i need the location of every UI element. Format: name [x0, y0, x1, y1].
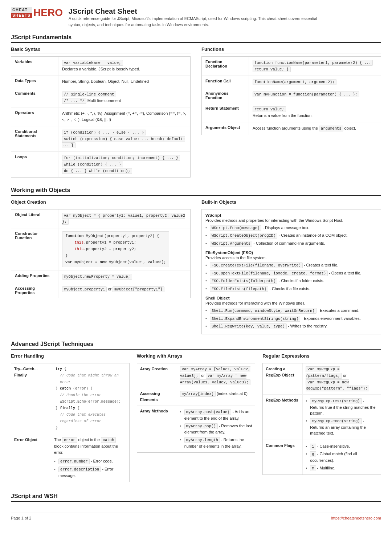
conditional-value: if (condition) { ... } else { ... } swit…: [58, 126, 190, 152]
shell-run-code: Shell.Run(command, windowStyle, waitOnRe…: [210, 308, 317, 314]
add-props-code: myObject.newProperty = value;: [62, 274, 132, 280]
trycatch-code: try { // Code that might throw an error …: [54, 366, 126, 431]
fso-folder-code: FSO.FolderExists(folderpath): [210, 278, 277, 284]
logo-cheat: CHEAT: [11, 7, 32, 13]
access-props-bracket-code: myObject["property1"]: [113, 286, 164, 292]
func-decl-label: FunctionDeclaration: [202, 57, 249, 76]
access-props-label: Accessing Properties: [11, 283, 58, 298]
section-objects: Working with Objects: [11, 187, 381, 196]
list-item: g - Global match (find all occurrences).: [306, 450, 378, 464]
args-obj-value: Access function arguments using the argu…: [249, 122, 381, 135]
regexp-exec-code: myRegExp.exec(string): [310, 418, 362, 424]
array-methods-label: Array Methods: [137, 406, 177, 452]
list-item: FSO.OpenTextFile(filename, iomode, creat…: [205, 269, 377, 277]
table-row: RegExp Methods myRegExp.test(string) - R…: [263, 395, 381, 440]
error-desc-code: error.description: [58, 467, 101, 472]
anon-func-label: AnonymousFunction: [202, 88, 249, 103]
constructor-label: ConstructorFunction: [11, 228, 58, 270]
list-item: myArray.pop() - Removes the last element…: [180, 422, 252, 436]
shell-desc: Provides methods for interacting with th…: [205, 301, 377, 305]
variables-code: var variableName = value;: [62, 60, 123, 66]
list-item: Shell.ExpandEnvironmentStrings(string) -…: [205, 315, 377, 323]
builtin-objects-col: Built-in Objects WScript Provides method…: [201, 199, 381, 335]
fso-file-code: FSO.FileExists(filepath): [210, 286, 268, 292]
func-decl-code1: function functionName(parameter1, parame…: [253, 60, 373, 66]
common-flags-value: i - Case-insensitive. g - Global match (…: [303, 440, 381, 475]
error-handling-table: Try...Catch...Finally try { // Code that…: [11, 363, 130, 482]
error-number-code: error.number: [58, 459, 90, 464]
regexp-methods-items: myRegExp.test(string) - Returns true if …: [306, 397, 378, 437]
variables-label: Variables: [11, 57, 58, 76]
anon-func-code: var myFunction = function(parameter) { .…: [253, 91, 359, 97]
switch-code: switch (expression) { case value: ... br…: [62, 136, 185, 148]
section-fundamentals: JScript Fundamentals: [11, 34, 381, 43]
list-item: i - Case-insensitive.: [306, 443, 378, 451]
push-code: myArray.push(value): [184, 409, 232, 415]
error-obj-items: error.number - Error code. error.descrip…: [54, 457, 126, 479]
list-item: m - Multiline.: [306, 464, 378, 472]
constructor-code: function MyObject(property1, property2) …: [62, 231, 169, 267]
section-advanced: Advanced JScript Techniques: [11, 341, 381, 350]
header-text: JScript Cheat Sheet A quick reference gu…: [69, 7, 323, 28]
loops-label: Loops: [11, 152, 58, 177]
table-row: Try...Catch...Finally try { // Code that…: [11, 363, 129, 434]
multi-line-comment-code: /* ... */: [62, 98, 86, 104]
list-item: Shell.Run(command, windowStyle, waitOnRe…: [205, 307, 377, 315]
func-decl-code2: return value; }: [253, 66, 291, 72]
trycatch-value: try { // Code that might throw an error …: [51, 363, 129, 434]
list-item: myRegExp.test(string) - Returns true if …: [306, 397, 378, 417]
wscript-createobj-code: WScript.CreateObject(progID): [210, 233, 277, 239]
fundamentals-columns: Basic Syntax Variables var variableName …: [11, 46, 381, 180]
shell-items: Shell.Run(command, windowStyle, waitOnRe…: [205, 307, 377, 330]
functions-col: Functions FunctionDeclaration function f…: [201, 46, 381, 180]
fso-items: FSO.CreateTextFile(filename, overwrite) …: [205, 261, 377, 293]
array-methods-value: myArray.push(value) - Adds an element to…: [177, 406, 255, 452]
creating-regexp-label: Creating a RegExp Object: [263, 363, 303, 394]
shell-regwrite-code: Shell.RegWrite(key, value, type): [210, 323, 287, 329]
page-description: A quick reference guide for JScript, Mic…: [69, 16, 323, 28]
arguments-code: arguments: [319, 126, 343, 131]
regexp-new-code: var myRegExp = new RegExp("pattern", "fl…: [306, 379, 369, 392]
return-code: return value;: [253, 106, 286, 112]
func-decl-value: function functionName(parameter1, parame…: [249, 57, 381, 76]
array-creation-label: Array Creation: [137, 363, 177, 388]
operators-value: Arithmetic (+, -, *, /, %), Assignment (…: [58, 107, 190, 126]
obj-literal-code: var myObject = { property1: value1, prop…: [62, 213, 185, 225]
array-creation-value: var myArray = [value1, value2, value3]; …: [177, 363, 255, 388]
basic-syntax-title: Basic Syntax: [11, 46, 191, 53]
common-flags-label: Common Flags: [263, 440, 303, 475]
logo-sheets: SHEETS: [11, 13, 32, 18]
error-code: error: [62, 437, 77, 443]
shell-title: Shell Object: [205, 296, 377, 300]
error-obj-value: The error object in the catch block cont…: [51, 434, 129, 482]
if-code: if (condition) { ... } else { ... }: [62, 130, 146, 135]
array-methods-items: myArray.push(value) - Adds an element to…: [180, 408, 252, 450]
array-access-value: myArray[index] (index starts at 0): [177, 388, 255, 405]
func-call-label: Function Call: [202, 76, 249, 89]
arrays-table: Array Creation var myArray = [value1, va…: [137, 363, 256, 453]
page-header: CHEAT SHEETS HERO JScript Cheat Sheet A …: [11, 7, 381, 28]
table-row: Common Flags i - Case-insensitive. g - G…: [263, 440, 381, 475]
catch-code: catch: [101, 437, 116, 443]
page-footer: Page 1 of 2 https://cheatsheetshero.com: [11, 513, 381, 520]
flag-g-code: g: [310, 451, 316, 457]
section-jscript-wsh: JScript and WSH: [11, 493, 381, 502]
list-item: FSO.CreateTextFile(filename, overwrite) …: [205, 261, 377, 269]
fso-title: FileSystemObject (FSO): [205, 250, 377, 255]
basic-syntax-col: Basic Syntax Variables var variableName …: [11, 46, 191, 180]
func-call-code: functionName(argument1, argument2);: [253, 79, 336, 85]
table-row: Error Object The error object in the cat…: [11, 434, 129, 482]
arrays-col: Working with Arrays Array Creation var m…: [137, 353, 256, 485]
constructor-value: function MyObject(property1, property2) …: [58, 228, 190, 270]
footer-link[interactable]: https://cheatsheetshero.com: [331, 516, 381, 520]
list-item: error.number - Error code.: [54, 457, 126, 465]
logo: CHEAT SHEETS HERO: [11, 7, 63, 18]
array-index-code: myArray[index]: [180, 391, 216, 397]
length-code: myArray.length: [184, 437, 220, 443]
anon-func-value: var myFunction = function(parameter) { .…: [249, 88, 381, 103]
variables-value: var variableName = value; Declares a var…: [58, 57, 190, 76]
comments-value: // Single-line comment /* ... */ Multi-l…: [58, 88, 190, 107]
fso-open-code: FSO.OpenTextFile(filename, iomode, creat…: [210, 270, 328, 276]
object-creation-title: Object Creation: [11, 199, 191, 206]
error-handling-title: Error Handling: [11, 353, 130, 360]
